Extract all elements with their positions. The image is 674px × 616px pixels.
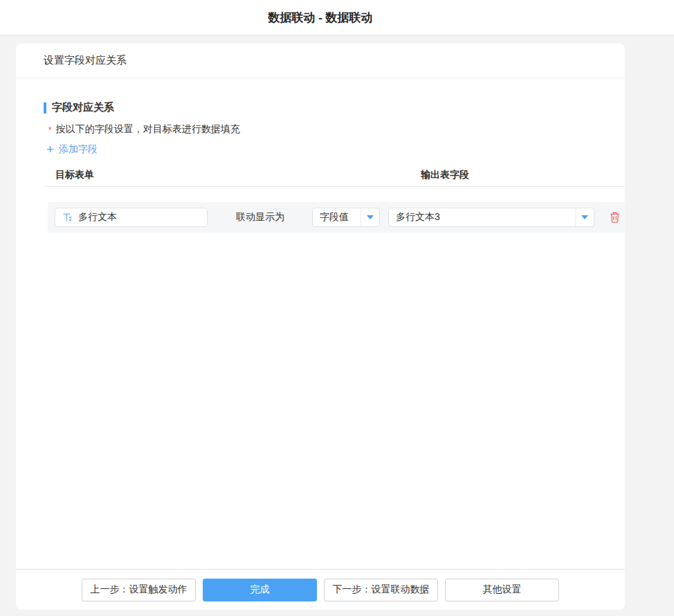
display-mode-caret-segment[interactable] — [361, 208, 379, 226]
target-field-input[interactable]: 多行文本 — [55, 208, 208, 227]
required-asterisk: * — [48, 125, 52, 135]
display-mode-select[interactable]: 字段值 — [312, 208, 380, 227]
other-settings-button[interactable]: 其他设置 — [445, 579, 559, 601]
card-header: 设置字段对应关系 — [16, 44, 625, 78]
target-field-value: 多行文本 — [78, 211, 117, 224]
section-description: * 按以下的字段设置，对目标表进行数据填充 — [44, 123, 611, 136]
section-accent-bar — [44, 102, 46, 114]
finish-button[interactable]: 完成 — [203, 579, 317, 601]
add-field-button[interactable]: + 添加字段 — [44, 143, 98, 156]
plus-icon: + — [46, 145, 54, 154]
next-step-button[interactable]: 下一步：设置联动数据 — [324, 579, 438, 601]
relation-label: 联动显示为 — [236, 211, 284, 224]
prev-step-button[interactable]: 上一步：设置触发动作 — [82, 579, 196, 601]
output-field-caret-segment[interactable] — [575, 208, 594, 226]
page-title: 数据联动 - 数据联动 — [268, 10, 372, 26]
section-title-label: 字段对应关系 — [52, 101, 114, 114]
output-field-select[interactable]: 多行文本3 — [388, 208, 594, 227]
delete-row-button[interactable] — [607, 210, 622, 225]
add-field-label: 添加字段 — [59, 143, 98, 156]
section-title: 字段对应关系 — [44, 101, 611, 114]
card-body: 字段对应关系 * 按以下的字段设置，对目标表进行数据填充 + 添加字段 目标表单… — [16, 78, 625, 569]
column-header-output-field: 输出表字段 — [421, 169, 469, 181]
footer-action-bar: 上一步：设置触发动作 完成 下一步：设置联动数据 其他设置 — [16, 569, 625, 610]
mapping-row: 多行文本 联动显示为 字段值 多行文本3 — [48, 202, 625, 233]
caret-down-icon — [581, 215, 588, 219]
mapping-table-header: 目标表单 输出表字段 — [44, 169, 625, 187]
caret-down-icon — [367, 215, 374, 219]
display-mode-value: 字段值 — [313, 208, 361, 226]
output-field-value: 多行文本3 — [389, 208, 575, 226]
settings-card: 设置字段对应关系 字段对应关系 * 按以下的字段设置，对目标表进行数据填充 + … — [16, 44, 625, 610]
section-description-text: 按以下的字段设置，对目标表进行数据填充 — [56, 123, 240, 136]
top-title-bar: 数据联动 - 数据联动 — [0, 0, 674, 35]
multiline-text-icon — [62, 212, 73, 223]
trash-icon — [609, 211, 621, 224]
card-header-title: 设置字段对应关系 — [44, 54, 127, 67]
column-header-target-form: 目标表单 — [55, 169, 94, 181]
